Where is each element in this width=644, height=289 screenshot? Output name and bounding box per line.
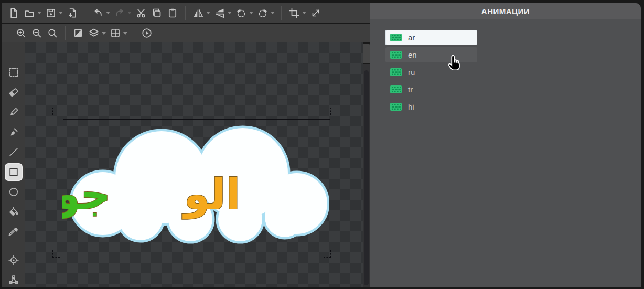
copy-button[interactable] [150, 6, 164, 20]
flip-vertical-dropdown-caret[interactable] [228, 12, 232, 14]
animation-item-en[interactable]: en [385, 47, 477, 62]
animation-item-tr[interactable]: tr [385, 82, 477, 97]
animations-panel: АНИМАЦИИ ar en [370, 3, 641, 287]
resize-icon [310, 7, 321, 19]
rotate-ccw-button[interactable] [234, 6, 248, 20]
canvas-vertical-scrollbar[interactable] [363, 64, 370, 287]
arabic-logo-text: دمج الو جو ه [62, 170, 329, 219]
animations-panel-header: АНИМАЦИИ [370, 3, 641, 19]
open-folder-icon [24, 7, 35, 19]
film-strip-icon [390, 103, 402, 111]
save-button[interactable] [44, 6, 58, 20]
logo-text-segment: جو [62, 170, 111, 219]
flip-horizontal-dropdown-caret[interactable] [206, 12, 210, 14]
line-icon [7, 146, 20, 158]
film-strip-icon [390, 68, 402, 76]
open-button[interactable] [23, 6, 36, 20]
toolbar-separator [185, 6, 186, 20]
layers-button[interactable] [87, 26, 101, 40]
animation-item-ru[interactable]: ru [385, 65, 477, 80]
animation-item-hi[interactable]: hi [385, 99, 477, 114]
marquee-select-icon [7, 66, 20, 79]
zoom-icon [47, 27, 58, 39]
undo-dropdown-caret[interactable] [106, 12, 110, 14]
eyedropper-icon [7, 226, 20, 238]
cut-scissors-icon [135, 7, 147, 19]
zoom-reset-button[interactable] [46, 26, 59, 40]
save-dropdown-caret[interactable] [59, 12, 63, 14]
save-icon [45, 7, 57, 19]
flip-vertical-icon [214, 7, 226, 19]
cut-button[interactable] [134, 6, 148, 20]
zoom-out-button[interactable] [30, 26, 44, 40]
scrollbar-thumb[interactable] [364, 70, 369, 285]
fill-bucket-tool[interactable] [6, 204, 22, 220]
export-button[interactable] [66, 6, 79, 20]
zoom-in-button[interactable] [14, 26, 28, 40]
nodes-tool[interactable] [6, 272, 22, 288]
flip-horizontal-button[interactable] [191, 6, 205, 20]
rotate-ccw-icon [235, 7, 247, 19]
animation-item-ar[interactable]: ar [385, 30, 477, 45]
zoom-out-icon [31, 27, 42, 39]
rectangle-tool-selected[interactable] [6, 164, 22, 180]
layers-icon [88, 27, 100, 39]
film-strip-icon [390, 85, 402, 93]
move-target-tool[interactable] [6, 252, 22, 268]
selection-corner-marker[interactable] [52, 250, 60, 258]
undo-icon [92, 7, 104, 19]
main-toolbar [2, 3, 370, 23]
selection-corner-marker[interactable] [324, 250, 331, 258]
line-tool[interactable] [6, 144, 22, 160]
redo-dropdown-caret[interactable] [127, 12, 132, 14]
eraser-icon [7, 86, 20, 99]
nodes-icon [7, 274, 20, 286]
play-animation-button[interactable] [140, 26, 154, 40]
open-dropdown-caret[interactable] [37, 12, 41, 14]
paste-icon [167, 7, 178, 19]
redo-icon [114, 7, 125, 19]
ellipse-tool[interactable] [6, 184, 22, 200]
flip-vertical-button[interactable] [213, 6, 227, 20]
toolbar-separator [65, 26, 66, 40]
transparency-toggle-button[interactable] [71, 26, 85, 40]
pencil-tool[interactable] [6, 104, 22, 120]
crop-button[interactable] [287, 6, 301, 20]
eraser-tool[interactable] [6, 84, 22, 100]
film-strip-icon [390, 51, 402, 59]
animation-item-label: ru [408, 68, 415, 77]
rotate-cw-icon [257, 7, 269, 19]
animations-list: ar en ru [370, 19, 641, 114]
toolbar-separator [134, 26, 134, 40]
crop-icon [288, 7, 300, 19]
ellipse-icon [7, 186, 20, 198]
selection-corner-marker[interactable] [52, 108, 60, 115]
animation-item-label: tr [408, 85, 413, 94]
crop-dropdown-caret[interactable] [302, 12, 306, 14]
selection-corner-marker[interactable] [324, 108, 331, 115]
fill-bucket-icon [7, 206, 20, 218]
resize-button[interactable] [309, 6, 323, 20]
pencil-icon [7, 106, 20, 119]
rotate-cw-button[interactable] [256, 6, 270, 20]
grid-dropdown-caret[interactable] [123, 32, 127, 35]
brush-tool[interactable] [6, 124, 22, 140]
grid-button[interactable] [109, 26, 122, 40]
new-file-button[interactable] [7, 6, 20, 20]
rotate-cw-dropdown-caret[interactable] [271, 12, 275, 14]
animation-item-label: hi [408, 102, 414, 111]
marquee-select-tool[interactable] [6, 65, 22, 80]
redo-button-disabled[interactable] [113, 6, 126, 20]
hand-pointer-cursor [447, 55, 460, 70]
rotate-ccw-dropdown-caret[interactable] [249, 12, 253, 14]
layers-dropdown-caret[interactable] [102, 32, 106, 35]
eyedropper-tool[interactable] [6, 224, 22, 240]
toolbar-separator [281, 6, 282, 20]
undo-button[interactable] [91, 6, 105, 20]
zoom-in-icon [15, 27, 27, 39]
animation-item-label: en [408, 50, 417, 59]
copy-icon [151, 7, 163, 19]
brush-icon [7, 126, 20, 138]
logo-text-segment: دمج [313, 170, 329, 219]
paste-button[interactable] [166, 6, 179, 20]
